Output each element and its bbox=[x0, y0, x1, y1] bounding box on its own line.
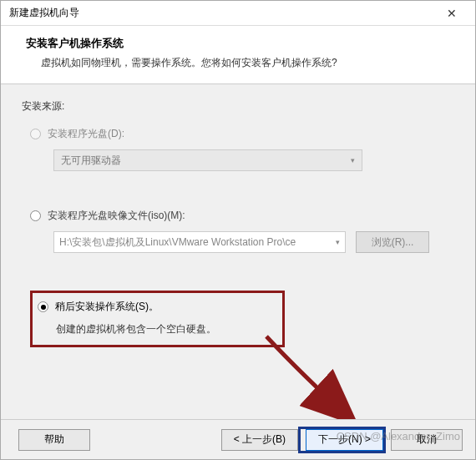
radio-label-iso: 安装程序光盘映像文件(iso)(M): bbox=[48, 209, 185, 223]
help-label: 帮助 bbox=[44, 432, 64, 447]
option-later-desc: 创建的虚拟机将包含一个空白硬盘。 bbox=[56, 322, 274, 336]
back-button[interactable]: < 上一步(B) bbox=[221, 429, 298, 451]
radio-icon bbox=[30, 210, 41, 221]
dropdown-text: 无可用驱动器 bbox=[61, 154, 121, 168]
next-label: 下一步(N) > bbox=[318, 432, 371, 447]
titlebar: 新建虚拟机向导 ✕ bbox=[1, 1, 475, 26]
radio-selected-icon bbox=[38, 301, 48, 312]
page-subtitle: 虚拟机如同物理机，需要操作系统。您将如何安装客户机操作系统? bbox=[26, 56, 458, 70]
selected-option-highlight: 稍后安装操作系统(S)。 创建的虚拟机将包含一个空白硬盘。 bbox=[30, 291, 285, 347]
back-label: < 上一步(B) bbox=[234, 432, 286, 447]
wizard-content: 安装来源: 安装程序光盘(D): 无可用驱动器 ▾ 安装程序光盘映像文件(iso… bbox=[1, 84, 475, 356]
cancel-button[interactable]: 取消 bbox=[391, 429, 463, 451]
browse-button: 浏览(R)... bbox=[356, 231, 429, 253]
radio-label-later: 稍后安装操作系统(S)。 bbox=[55, 300, 159, 314]
cancel-label: 取消 bbox=[417, 432, 437, 447]
radio-option-iso[interactable]: 安装程序光盘映像文件(iso)(M): bbox=[30, 209, 454, 223]
disc-drive-dropdown: 无可用驱动器 ▾ bbox=[53, 149, 362, 171]
iso-path-text: H:\安装包\虚拟机及Linux\VMware Workstation Pro\… bbox=[59, 235, 296, 250]
window-title: 新建虚拟机向导 bbox=[9, 6, 79, 20]
wizard-header: 安装客户机操作系统 虚拟机如同物理机，需要操作系统。您将如何安装客户机操作系统? bbox=[1, 26, 475, 84]
chevron-down-icon: ▾ bbox=[351, 156, 355, 164]
wizard-footer: 帮助 < 上一步(B) 下一步(N) > 取消 bbox=[1, 419, 475, 459]
iso-path-input[interactable]: H:\安装包\虚拟机及Linux\VMware Workstation Pro\… bbox=[53, 231, 346, 253]
close-button[interactable]: ✕ bbox=[435, 2, 468, 25]
browse-label: 浏览(R)... bbox=[372, 235, 414, 250]
chevron-down-icon: ▾ bbox=[336, 238, 340, 246]
radio-option-disc[interactable]: 安装程序光盘(D): bbox=[30, 127, 454, 141]
radio-option-later[interactable]: 稍后安装操作系统(S)。 bbox=[38, 300, 274, 314]
install-source-label: 安装来源: bbox=[22, 99, 454, 114]
next-button[interactable]: 下一步(N) > bbox=[306, 429, 383, 451]
next-button-highlight: 下一步(N) > bbox=[298, 427, 386, 453]
option-group: 安装程序光盘(D): 无可用驱动器 ▾ 安装程序光盘映像文件(iso)(M): … bbox=[30, 127, 454, 347]
help-button[interactable]: 帮助 bbox=[18, 429, 90, 451]
radio-icon bbox=[30, 129, 41, 139]
radio-label-disc: 安装程序光盘(D): bbox=[48, 127, 124, 141]
close-icon: ✕ bbox=[447, 7, 457, 20]
page-title: 安装客户机操作系统 bbox=[26, 36, 458, 51]
wizard-dialog: 新建虚拟机向导 ✕ 安装客户机操作系统 虚拟机如同物理机，需要操作系统。您将如何… bbox=[0, 0, 476, 460]
iso-input-row: H:\安装包\虚拟机及Linux\VMware Workstation Pro\… bbox=[53, 231, 454, 253]
